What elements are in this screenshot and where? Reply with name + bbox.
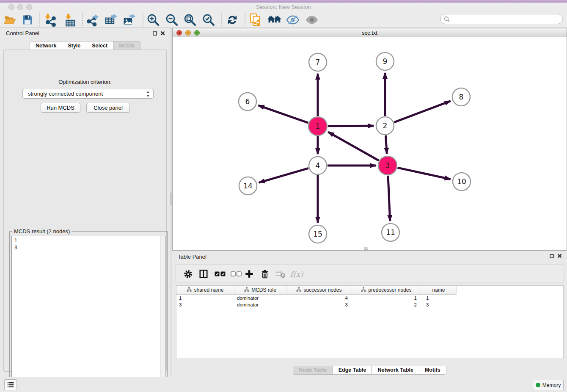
graph-node-1[interactable]: 1 — [308, 117, 327, 135]
mcds-result-text[interactable]: 13 — [11, 236, 165, 389]
graph-edge-3-11[interactable] — [388, 176, 390, 221]
tab-network-table[interactable]: Network Table — [372, 366, 419, 375]
graph-node-8[interactable]: 8 — [452, 88, 470, 106]
tab-style[interactable]: Style — [62, 41, 86, 50]
table-cell[interactable]: 4 — [286, 295, 352, 301]
column-header-successor-nodes[interactable]: successor nodes — [286, 286, 352, 295]
column-header-shared-name[interactable]: shared name — [176, 286, 234, 295]
tab-motifs[interactable]: Motifs — [419, 366, 446, 375]
graph-edge-2-3[interactable] — [385, 135, 387, 154]
function-builder-icon[interactable]: f(x) — [289, 267, 304, 281]
table-cell[interactable]: 1 — [352, 295, 421, 301]
column-header-MCDS-role[interactable]: MCDS role — [234, 286, 286, 295]
close-panel-icon[interactable] — [160, 31, 165, 36]
result-scrollbar[interactable] — [160, 236, 165, 388]
hide-details-icon[interactable] — [285, 13, 300, 27]
graph-edge-1-2[interactable] — [328, 126, 374, 126]
graph-edge-1-6[interactable] — [258, 105, 308, 123]
svg-text:3: 3 — [385, 161, 390, 170]
home-icon[interactable] — [267, 13, 282, 27]
table-cell[interactable]: 3 — [286, 301, 352, 308]
search-input[interactable] — [450, 15, 562, 23]
tab-select[interactable]: Select — [86, 41, 113, 50]
graph-node-4[interactable]: 4 — [309, 157, 327, 174]
table-cell[interactable]: 3 — [421, 301, 457, 308]
network-canvas[interactable]: 7968124314101511 — [173, 37, 567, 250]
graph-edge-4-14[interactable] — [259, 168, 308, 182]
tab-node-table[interactable]: Node Table — [293, 366, 333, 375]
graph-node-11[interactable]: 11 — [382, 224, 399, 241]
criterion-dropdown[interactable]: strongly connected component — [22, 89, 154, 99]
deselect-all-icon[interactable] — [229, 267, 243, 281]
canvas-scroll-handle[interactable] — [364, 247, 368, 250]
graph-node-2[interactable]: 2 — [376, 117, 394, 135]
table-row[interactable]: 3dominator323 — [176, 301, 563, 308]
open-folder-icon[interactable] — [2, 13, 17, 27]
graph-node-3[interactable]: 3 — [378, 156, 397, 175]
mcds-panel: Optimization criterion: strongly connect… — [3, 50, 167, 372]
table-cell[interactable]: dominator — [234, 295, 286, 301]
graph-node-14[interactable]: 14 — [239, 177, 257, 195]
toolbar-divider — [245, 13, 245, 26]
float-table-panel-icon[interactable] — [550, 254, 554, 258]
graph-node-7[interactable]: 7 — [309, 53, 327, 71]
table-cell[interactable]: 3 — [176, 301, 234, 308]
window-title: Session: New Session — [0, 3, 567, 12]
export-network-icon[interactable] — [85, 13, 100, 27]
main-toolbar — [0, 12, 567, 28]
control-panel: Control Panel NetworkStyleSelectMCDS Opt… — [0, 28, 170, 377]
graph-node-15[interactable]: 15 — [309, 225, 327, 243]
tab-edge-table[interactable]: Edge Table — [333, 366, 372, 375]
memory-button[interactable]: Memory — [533, 380, 564, 390]
mcds-result-line: 1 — [14, 237, 162, 244]
table-cell[interactable]: 1 — [176, 295, 234, 301]
graph-node-10[interactable]: 10 — [453, 173, 471, 190]
run-mcds-button[interactable]: Run MCDS — [41, 103, 80, 113]
table-cell[interactable]: 2 — [352, 301, 421, 308]
graph-edge-3-10[interactable] — [397, 168, 450, 179]
table-row[interactable]: 1dominator411 — [176, 295, 563, 301]
graph-node-9[interactable]: 9 — [376, 52, 394, 70]
import-table-icon[interactable] — [63, 13, 78, 27]
table-cell[interactable]: dominator — [234, 301, 286, 308]
node-table: shared nameMCDS rolesuccessor nodesprede… — [176, 285, 564, 359]
status-bar: Memory — [0, 377, 567, 392]
save-session-icon[interactable] — [20, 13, 35, 27]
float-panel-icon[interactable] — [153, 31, 157, 36]
svg-text:2: 2 — [383, 121, 388, 130]
network-document-icon[interactable] — [248, 13, 263, 27]
export-table-icon[interactable] — [103, 13, 118, 27]
export-image-icon[interactable] — [121, 13, 137, 27]
show-columns-icon[interactable] — [196, 267, 211, 281]
network-graph: 7968124314101511 — [173, 37, 567, 251]
close-table-panel-icon[interactable] — [557, 254, 562, 258]
tab-network[interactable]: Network — [30, 41, 62, 50]
zoom-fit-icon[interactable] — [182, 13, 198, 27]
show-details-icon[interactable] — [304, 13, 319, 27]
select-all-icon[interactable] — [213, 267, 227, 281]
import-network-icon[interactable] — [43, 13, 58, 27]
graph-node-6[interactable]: 6 — [239, 93, 256, 110]
refresh-layout-icon[interactable] — [225, 13, 240, 27]
tab-mcds[interactable]: MCDS — [113, 41, 140, 50]
zoom-in-icon[interactable] — [146, 13, 161, 27]
settings-gear-icon[interactable] — [181, 267, 195, 281]
task-history-button[interactable] — [4, 379, 17, 390]
graph-edge-3-1[interactable] — [328, 132, 379, 160]
delete-table-icon[interactable] — [273, 267, 288, 281]
svg-text:8: 8 — [459, 93, 464, 101]
os-titlebar: Session: New Session — [0, 3, 567, 12]
add-row-icon[interactable] — [242, 267, 256, 281]
svg-text:14: 14 — [243, 182, 253, 190]
network-title: scc.txt — [173, 28, 567, 37]
control-panel-title: Control Panel — [6, 30, 39, 36]
column-header-predecessor-nodes[interactable]: predecessor nodes — [352, 286, 421, 295]
zoom-selected-icon[interactable] — [201, 13, 216, 27]
close-panel-button[interactable]: Close panel — [86, 103, 130, 113]
delete-row-icon[interactable] — [258, 267, 272, 281]
graph-edge-2-8[interactable] — [394, 101, 451, 122]
table-cell[interactable]: 1 — [421, 295, 457, 301]
table-panel-title: Table Panel — [178, 254, 206, 260]
zoom-out-icon[interactable] — [164, 13, 179, 27]
column-header-name[interactable]: name — [421, 286, 457, 295]
